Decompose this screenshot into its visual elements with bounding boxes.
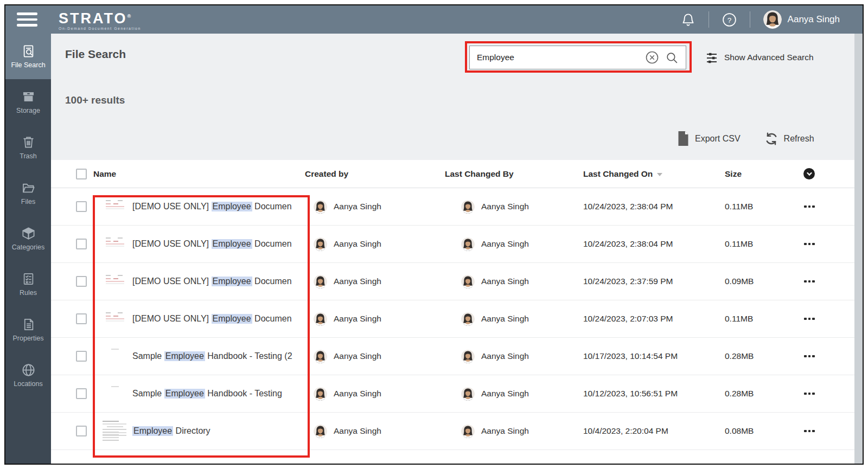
sidebar-item-trash[interactable]: Trash (5, 125, 51, 170)
select-all-checkbox[interactable] (76, 169, 87, 179)
size-cell: 0.08MB (707, 426, 789, 436)
main-content: File Search Show Advanced Search 100+ re… (51, 34, 863, 464)
column-header-last-changed-by[interactable]: Last Changed By (436, 169, 566, 179)
advanced-search-toggle[interactable]: Show Advanced Search (705, 46, 814, 69)
sliders-icon (705, 51, 718, 64)
topbar-divider (750, 11, 750, 28)
menu-icon[interactable] (17, 12, 37, 27)
file-thumbnail (101, 419, 131, 444)
last-changed-by-cell: Aanya Singh (436, 275, 566, 288)
row-actions-menu-icon[interactable] (803, 277, 854, 286)
file-row[interactable]: Sample Employee Handbook - Testing Aanya… (51, 375, 854, 413)
row-checkbox[interactable] (76, 201, 87, 212)
file-search-icon (21, 44, 36, 59)
sidebar-item-categories[interactable]: Categories (5, 216, 51, 261)
sidebar-item-file-search[interactable]: File Search (5, 34, 51, 79)
properties-icon (21, 317, 36, 332)
column-chooser-icon[interactable] (803, 168, 815, 179)
row-checkbox[interactable] (76, 313, 87, 324)
clear-search-icon[interactable] (644, 50, 660, 65)
user-avatar (314, 237, 327, 251)
notifications-bell-icon[interactable] (681, 12, 695, 27)
size-cell: 0.09MB (707, 277, 789, 286)
row-checkbox[interactable] (76, 276, 87, 287)
last-changed-by-cell: Aanya Singh (436, 312, 566, 326)
size-cell: 0.11MB (707, 314, 789, 324)
file-thumbnail (104, 272, 129, 291)
refresh-icon (764, 132, 778, 146)
search-term-highlight: Employee (132, 426, 173, 436)
sidebar-item-files[interactable]: Files (5, 170, 51, 216)
user-menu[interactable]: Aanya Singh (763, 10, 840, 29)
advanced-search-label: Show Advanced Search (724, 53, 814, 62)
results-count: 100+ results (65, 94, 125, 106)
row-checkbox[interactable] (76, 239, 87, 249)
file-row[interactable]: Employee Directory Aanya Singh Aanya Sin… (51, 413, 854, 450)
file-row[interactable]: Sample Employee Handbook - Testing (2 Aa… (51, 338, 854, 375)
logo-text: STRATO® (59, 9, 141, 26)
search-box (469, 46, 686, 69)
column-header-created-by[interactable]: Created by (301, 169, 436, 179)
file-thumbnail (104, 197, 129, 216)
user-avatar (314, 425, 327, 438)
file-row[interactable]: [DEMO USE ONLY] Employee Documen Aanya S… (51, 300, 854, 338)
search-term-highlight: Employee (212, 277, 252, 286)
file-thumbnail (104, 384, 129, 403)
file-row[interactable]: [DEMO USE ONLY] Employee Documen Aanya S… (51, 188, 854, 226)
sidebar-item-locations[interactable]: Locations (5, 352, 51, 398)
table-header-row: Name Created by Last Changed By Last Cha… (51, 160, 854, 188)
row-checkbox[interactable] (76, 426, 87, 436)
row-actions-menu-icon[interactable] (803, 240, 854, 249)
file-name: [DEMO USE ONLY] Employee Documen (132, 239, 301, 249)
row-actions-menu-icon[interactable] (803, 427, 854, 436)
size-cell: 0.28MB (707, 389, 789, 399)
user-avatar (763, 10, 782, 29)
table-toolbar: Export CSV Refresh (677, 131, 814, 146)
file-thumbnail (104, 309, 129, 329)
help-icon[interactable]: ? (722, 12, 737, 27)
search-icon[interactable] (665, 51, 679, 65)
file-name: [DEMO USE ONLY] Employee Documen (132, 202, 301, 211)
file-row[interactable]: [DEMO USE ONLY] Employee Documen Aanya S… (51, 226, 854, 263)
column-header-name[interactable]: Name (87, 169, 301, 179)
export-file-icon (677, 131, 690, 146)
column-header-size[interactable]: Size (707, 169, 789, 179)
user-name: Aanya Singh (788, 14, 840, 25)
size-cell: 0.11MB (707, 202, 789, 211)
sort-descending-icon (657, 173, 662, 176)
file-name: Sample Employee Handbook - Testing (2 (132, 351, 301, 361)
file-row[interactable]: [DEMO USE ONLY] Employee Documen Aanya S… (51, 263, 854, 300)
sidebar-item-properties[interactable]: Properties (5, 307, 51, 352)
row-checkbox[interactable] (76, 388, 87, 399)
last-changed-on-cell: 10/24/2023, 2:07:03 PM (566, 314, 707, 324)
row-actions-menu-icon[interactable] (803, 352, 854, 361)
created-by-cell: Aanya Singh (301, 275, 436, 288)
column-header-last-changed-on[interactable]: Last Changed On (566, 169, 707, 179)
sidebar-item-storage[interactable]: Storage (5, 79, 51, 125)
file-thumbnail (104, 234, 129, 254)
export-csv-button[interactable]: Export CSV (677, 131, 741, 146)
vertical-scrollbar[interactable] (854, 34, 863, 464)
categories-icon (21, 226, 36, 241)
logo-tagline: On-Demand Document Generation (59, 27, 141, 30)
created-by-cell: Aanya Singh (301, 350, 436, 363)
search-input[interactable] (477, 53, 639, 62)
row-actions-menu-icon[interactable] (803, 389, 854, 399)
row-actions-menu-icon[interactable] (803, 202, 854, 211)
row-checkbox[interactable] (76, 351, 87, 362)
user-avatar (461, 312, 475, 326)
user-avatar (461, 350, 475, 363)
user-avatar (461, 387, 475, 401)
row-actions-menu-icon[interactable] (803, 314, 854, 324)
trash-icon (21, 135, 36, 150)
refresh-button[interactable]: Refresh (764, 132, 814, 146)
search-term-highlight: Employee (212, 202, 252, 211)
last-changed-by-cell: Aanya Singh (436, 387, 566, 401)
topbar: STRATO® On-Demand Document Generation ? (5, 5, 863, 34)
last-changed-on-cell: 10/24/2023, 2:38:04 PM (566, 239, 707, 249)
sidebar-item-rules[interactable]: Rules (5, 261, 51, 307)
user-avatar (461, 237, 475, 251)
last-changed-by-cell: Aanya Singh (436, 425, 566, 438)
search-term-highlight: Employee (164, 389, 205, 399)
user-avatar (314, 350, 327, 363)
